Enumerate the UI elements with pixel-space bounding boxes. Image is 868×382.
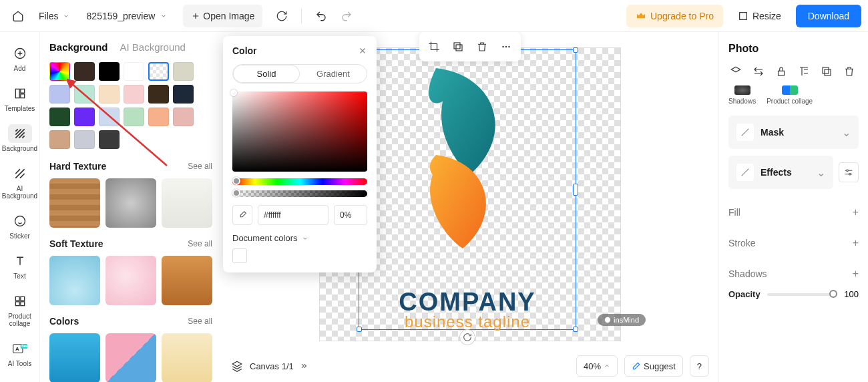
mask-row[interactable]: Mask ⌄ — [728, 116, 859, 149]
texture-concrete[interactable] — [105, 178, 156, 228]
swatch-#6a2af5[interactable] — [74, 108, 95, 126]
element-toolbar — [419, 32, 521, 61]
lock-action[interactable] — [774, 64, 789, 79]
quick-collage-label: Product collage — [767, 98, 813, 105]
swatch-#cdd9ee[interactable] — [99, 108, 120, 126]
resize-button[interactable]: Resize — [731, 5, 788, 27]
colors-see-all[interactable]: See all — [188, 317, 212, 326]
document-colors-toggle[interactable]: Document colors — [232, 233, 367, 243]
texture-wood[interactable] — [49, 178, 100, 228]
quick-collage[interactable]: Product collage — [767, 85, 813, 105]
layers-icon — [231, 360, 243, 372]
download-button[interactable]: Download — [796, 5, 861, 27]
help-button[interactable]: ? — [690, 355, 709, 377]
texture-marble[interactable] — [162, 178, 212, 228]
handle-tr[interactable] — [573, 47, 578, 53]
stroke-row[interactable]: Stroke + — [728, 228, 859, 258]
swatch-#cfa484[interactable] — [49, 130, 70, 149]
swatch-#3a3a3a[interactable] — [99, 130, 120, 149]
tab-gradient[interactable]: Gradient — [300, 65, 367, 83]
document-name[interactable]: 825159_preview — [79, 5, 176, 27]
nav-product-collage[interactable]: Product collage — [2, 288, 38, 331]
slider-knob[interactable] — [829, 290, 837, 298]
swatch-#f6b08a[interactable] — [148, 108, 169, 126]
color-cyan[interactable] — [49, 333, 100, 382]
delete-button[interactable] — [471, 36, 493, 57]
color-pinkblue[interactable] — [105, 333, 156, 382]
swatch-#b9c3ef[interactable] — [49, 85, 70, 104]
swatch-#1d2838[interactable] — [173, 85, 194, 104]
opacity-slider[interactable] — [767, 293, 838, 296]
hex-input[interactable]: #ffffff — [258, 205, 329, 225]
eyedropper-button[interactable] — [232, 205, 252, 225]
undo-button[interactable] — [310, 5, 333, 27]
nav-ai-tools[interactable]: ANew AI Tools — [2, 335, 38, 371]
effects-settings[interactable] — [839, 162, 859, 182]
delete-action[interactable] — [842, 64, 857, 79]
nav-templates[interactable]: Templates — [2, 80, 38, 116]
nav-add[interactable]: Add — [2, 40, 38, 76]
fill-row[interactable]: Fill + — [728, 197, 859, 228]
more-button[interactable] — [495, 36, 517, 57]
upgrade-button[interactable]: Upgrade to Pro — [626, 5, 723, 27]
redo-button[interactable] — [335, 5, 358, 27]
doc-color-white[interactable] — [232, 248, 247, 263]
soft-texture-see-all[interactable]: See all — [188, 239, 212, 248]
align-action[interactable] — [797, 64, 811, 79]
swatch-#ffffff[interactable] — [124, 62, 144, 81]
resize-icon — [738, 11, 748, 21]
trash-icon — [843, 65, 855, 77]
effects-row[interactable]: Effects ⌄ — [728, 156, 833, 189]
swatch-rainbow[interactable] — [49, 62, 70, 81]
nav-sticker[interactable]: Sticker — [2, 208, 38, 244]
close-button[interactable] — [358, 46, 367, 55]
alpha-knob[interactable] — [232, 189, 240, 197]
swatch-#000000[interactable] — [99, 62, 120, 81]
hue-knob[interactable] — [232, 177, 240, 185]
files-menu[interactable]: Files — [32, 5, 76, 27]
zoom-control[interactable]: 40% — [576, 355, 618, 377]
layers-action[interactable] — [728, 64, 743, 79]
saturation-box[interactable] — [232, 91, 367, 172]
quick-shadows[interactable]: Shadows — [728, 85, 756, 105]
swatch-#f7cfd0[interactable] — [124, 85, 144, 104]
swatch-#b9e7d4[interactable] — [74, 85, 95, 104]
swatch-#3a2a24[interactable] — [74, 62, 95, 81]
handle-r[interactable] — [573, 184, 578, 196]
copy-action[interactable] — [819, 64, 834, 79]
alpha-slider[interactable] — [232, 190, 367, 197]
swatch-#b7e0c0[interactable] — [124, 108, 144, 126]
nav-text[interactable]: Text — [2, 248, 38, 284]
texture-leather[interactable] — [162, 256, 212, 305]
suggest-button[interactable]: Suggest — [624, 355, 683, 377]
texture-water[interactable] — [49, 256, 100, 305]
flip-action[interactable] — [751, 64, 766, 79]
alpha-input[interactable]: 0% — [334, 205, 367, 225]
tab-solid[interactable]: Solid — [233, 65, 300, 83]
rotate-handle[interactable] — [459, 329, 475, 345]
home-button[interactable] — [7, 5, 29, 27]
duplicate-button[interactable] — [447, 36, 469, 57]
crop-button[interactable] — [423, 36, 445, 57]
canvas-pager[interactable]: Canvas 1/1 — [250, 361, 308, 371]
sync-button[interactable] — [270, 5, 293, 27]
swatch-#3a2b1a[interactable] — [148, 85, 169, 104]
hue-slider[interactable] — [232, 178, 367, 185]
hard-texture-see-all[interactable]: See all — [188, 162, 212, 171]
shadows-row[interactable]: Shadows + — [728, 258, 859, 289]
swatch-#c9cbd6[interactable] — [74, 130, 95, 149]
color-cream[interactable] — [162, 333, 212, 382]
tab-background[interactable]: Background — [49, 41, 108, 53]
sat-cursor[interactable] — [230, 89, 237, 96]
swatch-transparent[interactable] — [148, 62, 169, 81]
swatch-#1f4a29[interactable] — [49, 108, 70, 126]
swatch-#f7dfc4[interactable] — [99, 85, 120, 104]
tab-ai-background[interactable]: AI Background — [120, 41, 186, 53]
swatch-#d8d6c4[interactable] — [173, 62, 194, 81]
texture-silk[interactable] — [105, 256, 156, 305]
nav-background[interactable]: Background — [2, 120, 38, 156]
nav-ai-background[interactable]: AI Background — [2, 160, 38, 204]
open-image-button[interactable]: Open Image — [183, 5, 262, 27]
layers-button[interactable] — [231, 360, 243, 372]
swatch-#e9b7b2[interactable] — [173, 108, 194, 126]
